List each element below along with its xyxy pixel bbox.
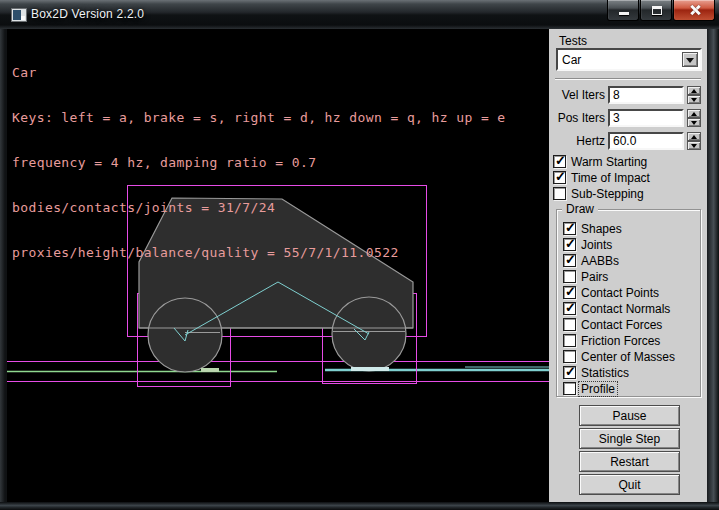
checkbox-box[interactable] xyxy=(553,171,566,184)
control-panel: Tests Car Vel Iters Pos Iters Hertz xyxy=(549,29,707,502)
pos-iters-spinner xyxy=(687,109,701,127)
checkbox-box[interactable] xyxy=(563,254,576,267)
window-frame-bottom xyxy=(0,502,719,510)
single-step-button[interactable]: Single Step xyxy=(579,428,680,449)
tests-dropdown-value: Car xyxy=(562,53,581,67)
window-frame-right xyxy=(707,29,719,502)
box2d-testbed-window: Box2D Version 2.2.0 xyxy=(0,0,719,510)
hertz-input[interactable] xyxy=(608,132,684,150)
left-contact-mark xyxy=(201,368,219,372)
checkbox-label: Joints xyxy=(581,238,612,252)
checkbox-label: Time of Impact xyxy=(571,171,650,185)
debug-info-text: Car Keys: left = a, brake = s, right = d… xyxy=(12,35,506,290)
checkbox-box[interactable] xyxy=(563,382,576,395)
checkbox-box[interactable] xyxy=(563,222,576,235)
hertz-spinner xyxy=(687,132,701,150)
maximize-icon xyxy=(652,6,662,15)
checkbox-box[interactable] xyxy=(563,238,576,251)
titlebar[interactable]: Box2D Version 2.2.0 xyxy=(0,0,719,29)
checkbox-box[interactable] xyxy=(563,334,576,347)
info-line-counts: bodies/contacts/joints = 31/7/24 xyxy=(12,200,506,215)
pos-iters-row: Pos Iters xyxy=(549,109,707,127)
minimize-button[interactable] xyxy=(607,0,639,21)
restart-button[interactable]: Restart xyxy=(579,451,680,472)
window-frame-left xyxy=(0,29,7,502)
info-line-test-name: Car xyxy=(12,65,506,80)
close-icon xyxy=(690,5,700,15)
checkbox-box[interactable] xyxy=(563,350,576,363)
simulation-canvas[interactable]: Car Keys: left = a, brake = s, right = d… xyxy=(7,29,549,502)
spin-down-icon[interactable] xyxy=(687,118,701,127)
vel-iters-label: Vel Iters xyxy=(549,88,605,102)
checkbox-box[interactable] xyxy=(553,155,566,168)
draw-group-label: Draw xyxy=(562,202,598,216)
checkbox-label: Center of Masses xyxy=(581,350,675,364)
quit-button[interactable]: Quit xyxy=(579,474,680,495)
right-contact-mark xyxy=(351,367,389,371)
hertz-label: Hertz xyxy=(549,134,605,148)
checkbox-label: Profile xyxy=(579,382,617,396)
pos-iters-input[interactable] xyxy=(608,109,684,127)
checkbox-label: Contact Forces xyxy=(581,318,662,332)
checkbox-box[interactable] xyxy=(553,187,566,200)
vel-iters-spinner xyxy=(687,86,701,104)
draw-groupbox: Draw Shapes Joints AABBs Pairs Contact P… xyxy=(556,209,701,397)
info-line-keys: Keys: left = a, brake = s, right = d, hz… xyxy=(12,110,506,125)
checkbox-box[interactable] xyxy=(563,286,576,299)
close-button[interactable] xyxy=(673,0,715,21)
checkbox-label: Warm Starting xyxy=(571,155,647,169)
checkbox-label: Statistics xyxy=(581,366,629,380)
minimize-icon xyxy=(619,12,629,15)
checkbox-box[interactable] xyxy=(563,318,576,331)
checkbox-label: Friction Forces xyxy=(581,334,660,348)
vel-iters-input[interactable] xyxy=(608,86,684,104)
checkbox-label: Contact Normals xyxy=(581,302,670,316)
pause-button[interactable]: Pause xyxy=(579,405,680,426)
checkbox-box[interactable] xyxy=(563,270,576,283)
info-line-frequency: frequency = 4 hz, damping ratio = 0.7 xyxy=(12,155,506,170)
spin-down-icon[interactable] xyxy=(687,141,701,150)
checkbox-label: Sub-Stepping xyxy=(571,187,644,201)
window-title: Box2D Version 2.2.0 xyxy=(31,7,144,21)
maximize-button[interactable] xyxy=(640,0,672,21)
tests-dropdown[interactable]: Car xyxy=(556,48,702,71)
spin-down-icon[interactable] xyxy=(687,95,701,104)
window-controls xyxy=(607,0,716,21)
separator xyxy=(555,78,701,80)
checkbox-label: Shapes xyxy=(581,222,622,236)
spin-up-icon[interactable] xyxy=(687,109,701,118)
checkbox-box[interactable] xyxy=(563,302,576,315)
tests-label: Tests xyxy=(559,34,587,48)
checkbox-label: AABBs xyxy=(581,254,619,268)
chevron-down-icon[interactable] xyxy=(682,52,698,67)
spin-up-icon[interactable] xyxy=(687,86,701,95)
checkbox-box[interactable] xyxy=(563,366,576,379)
pos-iters-label: Pos Iters xyxy=(549,111,605,125)
app-icon xyxy=(11,8,27,22)
checkbox-label: Pairs xyxy=(581,270,608,284)
info-line-proxies: proxies/height/balance/quality = 55/7/1/… xyxy=(12,245,506,260)
spin-up-icon[interactable] xyxy=(687,132,701,141)
hertz-row: Hertz xyxy=(549,132,707,150)
checkbox-label: Contact Points xyxy=(581,286,659,300)
vel-iters-row: Vel Iters xyxy=(549,86,707,104)
